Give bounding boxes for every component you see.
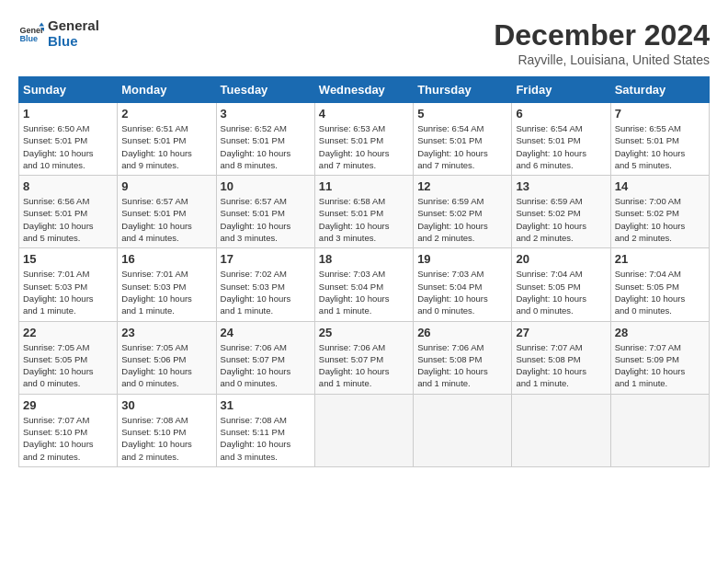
- day-number: 29: [23, 398, 113, 412]
- day-info: Sunrise: 7:00 AM Sunset: 5:02 PM Dayligh…: [615, 195, 705, 244]
- day-number: 25: [319, 326, 409, 339]
- day-info: Sunrise: 7:07 AM Sunset: 5:09 PM Dayligh…: [615, 341, 705, 390]
- svg-text:Blue: Blue: [19, 34, 38, 43]
- title-area: December 2024 Rayville, Louisiana, Unite…: [494, 18, 710, 67]
- calendar-cell: 8Sunrise: 6:56 AM Sunset: 5:01 PM Daylig…: [19, 176, 118, 248]
- col-header-thursday: Thursday: [414, 77, 512, 103]
- calendar-cell: 26Sunrise: 7:06 AM Sunset: 5:08 PM Dayli…: [414, 321, 512, 394]
- day-number: 4: [319, 107, 409, 121]
- day-number: 3: [221, 107, 311, 121]
- day-info: Sunrise: 6:51 AM Sunset: 5:01 PM Dayligh…: [121, 122, 211, 171]
- col-header-saturday: Saturday: [610, 77, 709, 103]
- day-info: Sunrise: 6:52 AM Sunset: 5:01 PM Dayligh…: [221, 122, 311, 171]
- col-header-wednesday: Wednesday: [314, 77, 413, 103]
- calendar-cell: 30Sunrise: 7:08 AM Sunset: 5:10 PM Dayli…: [118, 394, 216, 466]
- calendar-cell: 25Sunrise: 7:06 AM Sunset: 5:07 PM Dayli…: [314, 321, 413, 394]
- calendar-cell: [314, 394, 413, 466]
- day-number: 22: [23, 326, 113, 339]
- calendar-cell: 22Sunrise: 7:05 AM Sunset: 5:05 PM Dayli…: [19, 321, 118, 394]
- day-number: 24: [221, 326, 311, 339]
- logo-line2: Blue: [48, 34, 99, 50]
- logo: General Blue General Blue: [18, 18, 99, 49]
- calendar-cell: 2Sunrise: 6:51 AM Sunset: 5:01 PM Daylig…: [118, 103, 216, 176]
- week-row-4: 22Sunrise: 7:05 AM Sunset: 5:05 PM Dayli…: [19, 321, 710, 394]
- day-number: 2: [121, 107, 211, 121]
- day-number: 31: [221, 398, 311, 412]
- calendar-cell: [512, 394, 610, 466]
- calendar-cell: 20Sunrise: 7:04 AM Sunset: 5:05 PM Dayli…: [512, 248, 610, 321]
- day-info: Sunrise: 7:04 AM Sunset: 5:05 PM Dayligh…: [615, 268, 705, 316]
- day-info: Sunrise: 7:03 AM Sunset: 5:04 PM Dayligh…: [319, 268, 409, 316]
- calendar-cell: 15Sunrise: 7:01 AM Sunset: 5:03 PM Dayli…: [19, 248, 118, 321]
- calendar-cell: 17Sunrise: 7:02 AM Sunset: 5:03 PM Dayli…: [216, 248, 314, 321]
- day-number: 12: [417, 179, 507, 193]
- calendar-cell: 7Sunrise: 6:55 AM Sunset: 5:01 PM Daylig…: [610, 103, 709, 176]
- day-number: 17: [221, 252, 311, 266]
- calendar-cell: 24Sunrise: 7:06 AM Sunset: 5:07 PM Dayli…: [216, 321, 314, 394]
- day-number: 18: [319, 252, 409, 266]
- col-header-tuesday: Tuesday: [216, 77, 314, 103]
- calendar-cell: 13Sunrise: 6:59 AM Sunset: 5:02 PM Dayli…: [512, 176, 610, 248]
- week-row-5: 29Sunrise: 7:07 AM Sunset: 5:10 PM Dayli…: [19, 394, 710, 466]
- calendar-table: SundayMondayTuesdayWednesdayThursdayFrid…: [18, 76, 710, 467]
- week-row-1: 1Sunrise: 6:50 AM Sunset: 5:01 PM Daylig…: [19, 103, 710, 176]
- day-info: Sunrise: 7:05 AM Sunset: 5:05 PM Dayligh…: [23, 341, 113, 390]
- calendar-cell: [610, 394, 709, 466]
- week-row-3: 15Sunrise: 7:01 AM Sunset: 5:03 PM Dayli…: [19, 248, 710, 321]
- logo-icon: General Blue: [18, 21, 44, 47]
- day-info: Sunrise: 7:08 AM Sunset: 5:10 PM Dayligh…: [121, 414, 211, 463]
- col-header-monday: Monday: [118, 77, 216, 103]
- header: General Blue General Blue December 2024 …: [18, 18, 710, 67]
- calendar-cell: 3Sunrise: 6:52 AM Sunset: 5:01 PM Daylig…: [216, 103, 314, 176]
- day-number: 19: [417, 252, 507, 266]
- day-number: 21: [615, 252, 705, 266]
- day-info: Sunrise: 7:07 AM Sunset: 5:08 PM Dayligh…: [516, 341, 606, 390]
- main-title: December 2024: [494, 18, 710, 52]
- calendar-cell: 19Sunrise: 7:03 AM Sunset: 5:04 PM Dayli…: [414, 248, 512, 321]
- day-info: Sunrise: 7:06 AM Sunset: 5:07 PM Dayligh…: [221, 341, 311, 390]
- day-info: Sunrise: 6:59 AM Sunset: 5:02 PM Dayligh…: [417, 195, 507, 244]
- day-info: Sunrise: 6:53 AM Sunset: 5:01 PM Dayligh…: [319, 122, 409, 171]
- day-info: Sunrise: 6:50 AM Sunset: 5:01 PM Dayligh…: [23, 122, 113, 171]
- logo-line1: General: [48, 18, 99, 34]
- day-info: Sunrise: 7:05 AM Sunset: 5:06 PM Dayligh…: [121, 341, 211, 390]
- day-number: 16: [121, 252, 211, 266]
- day-number: 27: [516, 326, 606, 339]
- calendar-cell: 16Sunrise: 7:01 AM Sunset: 5:03 PM Dayli…: [118, 248, 216, 321]
- calendar-cell: 21Sunrise: 7:04 AM Sunset: 5:05 PM Dayli…: [610, 248, 709, 321]
- calendar-cell: 23Sunrise: 7:05 AM Sunset: 5:06 PM Dayli…: [118, 321, 216, 394]
- calendar-cell: 11Sunrise: 6:58 AM Sunset: 5:01 PM Dayli…: [314, 176, 413, 248]
- calendar-cell: 4Sunrise: 6:53 AM Sunset: 5:01 PM Daylig…: [314, 103, 413, 176]
- day-number: 1: [23, 107, 113, 121]
- day-info: Sunrise: 6:56 AM Sunset: 5:01 PM Dayligh…: [23, 195, 113, 244]
- day-info: Sunrise: 7:02 AM Sunset: 5:03 PM Dayligh…: [221, 268, 311, 316]
- calendar-cell: 27Sunrise: 7:07 AM Sunset: 5:08 PM Dayli…: [512, 321, 610, 394]
- week-row-2: 8Sunrise: 6:56 AM Sunset: 5:01 PM Daylig…: [19, 176, 710, 248]
- header-row: SundayMondayTuesdayWednesdayThursdayFrid…: [19, 77, 710, 103]
- day-number: 8: [23, 179, 113, 193]
- calendar-cell: 28Sunrise: 7:07 AM Sunset: 5:09 PM Dayli…: [610, 321, 709, 394]
- col-header-friday: Friday: [512, 77, 610, 103]
- day-number: 14: [615, 179, 705, 193]
- day-info: Sunrise: 7:03 AM Sunset: 5:04 PM Dayligh…: [417, 268, 507, 316]
- day-number: 23: [121, 326, 211, 339]
- day-info: Sunrise: 7:06 AM Sunset: 5:07 PM Dayligh…: [319, 341, 409, 390]
- day-info: Sunrise: 6:55 AM Sunset: 5:01 PM Dayligh…: [615, 122, 705, 171]
- day-number: 7: [615, 107, 705, 121]
- calendar-cell: 18Sunrise: 7:03 AM Sunset: 5:04 PM Dayli…: [314, 248, 413, 321]
- day-number: 20: [516, 252, 606, 266]
- calendar-cell: 12Sunrise: 6:59 AM Sunset: 5:02 PM Dayli…: [414, 176, 512, 248]
- day-number: 26: [417, 326, 507, 339]
- day-number: 13: [516, 179, 606, 193]
- day-number: 10: [221, 179, 311, 193]
- day-info: Sunrise: 6:54 AM Sunset: 5:01 PM Dayligh…: [516, 122, 606, 171]
- day-number: 15: [23, 252, 113, 266]
- svg-text:General: General: [19, 25, 44, 34]
- day-info: Sunrise: 6:57 AM Sunset: 5:01 PM Dayligh…: [121, 195, 211, 244]
- svg-marker-2: [39, 22, 44, 26]
- col-header-sunday: Sunday: [19, 77, 118, 103]
- day-number: 11: [319, 179, 409, 193]
- day-info: Sunrise: 6:54 AM Sunset: 5:01 PM Dayligh…: [417, 122, 507, 171]
- day-info: Sunrise: 6:57 AM Sunset: 5:01 PM Dayligh…: [221, 195, 311, 244]
- day-number: 5: [417, 107, 507, 121]
